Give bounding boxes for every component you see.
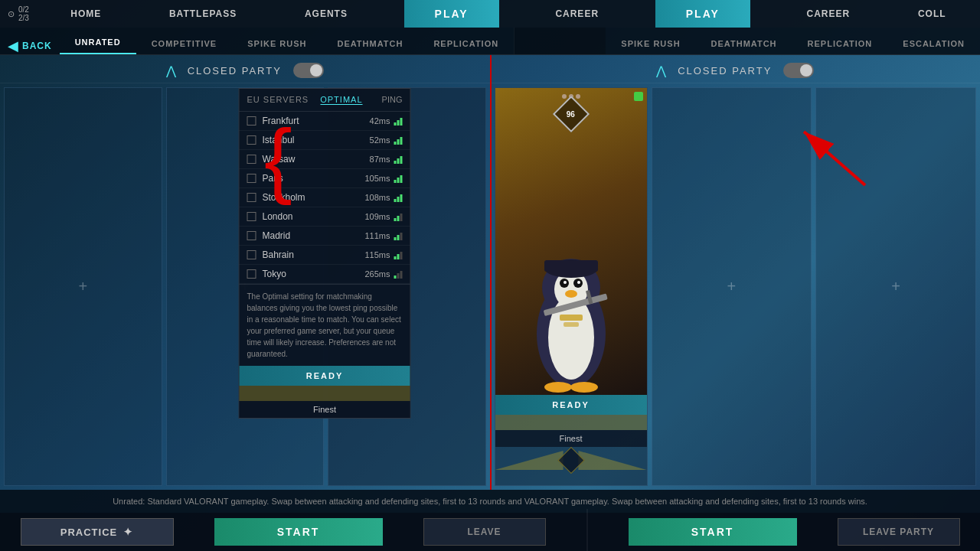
right-add-player-1-icon: + [727,278,737,295]
content-area: ⋀ CLOSED PARTY + + E [0,55,980,490]
right-player-name: Finest [495,430,647,447]
server-bahrain[interactable]: Bahrain 115ms [240,246,410,265]
tab-spike-rush-right[interactable]: SPIKE RUSH [606,39,695,54]
server-tooltip: The Optimal setting for matchmaking bala… [240,284,410,366]
right-rank-number: 96 [567,110,575,119]
tab-spike-rush-left[interactable]: SPIKE RUSH [232,39,322,54]
tab-unrated[interactable]: UNRATED [60,37,136,54]
player-stats: ⊙ 0/2 2/3 [0,5,37,22]
left-party-toggle[interactable] [293,63,324,78]
nav-agents[interactable]: AGENTS [293,0,359,28]
paris-label: Paris [263,173,365,184]
center-yellow-bar [240,386,410,401]
server-istanbul[interactable]: Istanbul 52ms [240,131,410,150]
optimal-tab[interactable]: OPTIMAL [320,95,362,105]
right-agent-art: 96 [495,88,647,395]
svg-point-7 [577,281,580,284]
server-stockholm[interactable]: Stockholm 108ms [240,188,410,207]
nav-battlepass[interactable]: BATTLEPASS [158,0,248,28]
nav-play-right[interactable]: PLAY [655,0,750,28]
server-madrid[interactable]: Madrid 111ms [240,227,410,246]
tokyo-checkbox[interactable] [247,269,256,279]
london-checkbox[interactable] [247,212,256,221]
center-ready-button[interactable]: READY [240,366,410,386]
left-empty-slot-1[interactable]: + [4,87,162,486]
istanbul-label: Istanbul [263,135,370,145]
svg-point-13 [544,382,572,393]
start-button-right[interactable]: START [629,518,797,546]
nav-play-left[interactable]: PLAY [404,0,499,28]
stockholm-ping: 108ms [364,193,390,202]
stockholm-signal [394,193,403,202]
nav-coll[interactable]: COLL [906,0,958,28]
bottom-info-bar: Unrated: Standard VALORANT gameplay. Swa… [0,490,980,513]
practice-button[interactable]: PRACTICE ✦ [21,518,174,546]
tab-deathmatch-left[interactable]: DEATHMATCH [322,39,418,54]
tab-competitive[interactable]: COMPETITIVE [136,39,233,54]
frankfurt-signal [394,116,403,126]
right-status-indicator [634,92,643,101]
right-empty-slot-2[interactable]: + [815,87,976,486]
server-frankfurt[interactable]: Frankfurt 42ms [240,112,410,131]
nav-items: HOME BATTLEPASS AGENTS PLAY CAREER PLAY … [37,0,980,28]
server-london[interactable]: London 109ms [240,207,410,227]
tab-escalation[interactable]: ESCALATION [887,39,980,54]
server-paris[interactable]: Paris 105ms [240,169,410,188]
paris-signal [394,174,403,183]
bahrain-signal [394,250,403,259]
paris-checkbox[interactable] [247,174,256,183]
tokyo-signal [394,269,403,279]
right-party-toggle[interactable] [783,63,814,78]
left-players: + + EU SERVERS OPTIMAL PING [0,83,490,490]
server-tokyo[interactable]: Tokyo 265ms [240,265,410,284]
stockholm-checkbox[interactable] [247,193,256,202]
left-party-section: ⋀ CLOSED PARTY + + E [0,55,490,490]
nav-career-left[interactable]: CAREER [544,0,610,28]
player-count-icon: ⊙ [8,9,15,19]
tab-replication-right[interactable]: REPLICATION [792,39,888,54]
server-dropdown[interactable]: EU SERVERS OPTIMAL PING Frankfurt 42ms [239,88,411,419]
leave-button[interactable]: LEAVE [423,518,546,546]
center-player-name: Finest [240,401,410,418]
top-nav: ⊙ 0/2 2/3 HOME BATTLEPASS AGENTS PLAY CA… [0,0,980,28]
start-button-left[interactable]: START [214,518,383,546]
madrid-checkbox[interactable] [247,231,256,240]
left-party-header: ⋀ CLOSED PARTY [0,55,490,83]
player-level: 2/3 [18,14,29,22]
svg-rect-16 [564,322,579,327]
right-agent-artwork [495,227,647,395]
tab-deathmatch-right[interactable]: DEATHMATCH [696,39,792,54]
nav-home[interactable]: HOME [59,0,113,28]
leave-party-button[interactable]: LEAVE PARTY [838,518,960,546]
bottom-buttons: PRACTICE ✦ START LEAVE START LEAVE PARTY [0,513,980,551]
warsaw-checkbox[interactable] [247,155,256,164]
right-party-chevron: ⋀ [656,64,666,78]
bahrain-checkbox[interactable] [247,250,256,259]
practice-label: PRACTICE [60,527,117,538]
leave-party-label: LEAVE PARTY [863,527,934,537]
istanbul-signal [394,135,403,145]
eu-servers-tab[interactable]: EU SERVERS [247,95,309,105]
back-button[interactable]: ◀ BACK [0,37,60,54]
right-party-header: ⋀ CLOSED PARTY [491,55,981,83]
right-empty-slot-1[interactable]: + [652,87,812,486]
practice-icon: ✦ [123,526,133,538]
tab-replication-left[interactable]: REPLICATION [418,39,514,54]
svg-rect-15 [560,315,583,321]
right-card-deco [495,447,647,485]
frankfurt-checkbox[interactable] [247,116,256,126]
nav-career-right[interactable]: CAREER [795,0,862,28]
right-players: 96 [491,83,981,490]
right-party-section: ⋀ CLOSED PARTY [490,55,981,490]
london-ping: 109ms [364,212,390,221]
istanbul-checkbox[interactable] [247,135,256,145]
istanbul-ping: 52ms [370,135,390,145]
madrid-label: Madrid [263,230,365,241]
mode-tabs: ◀ BACK UNRATED COMPETITIVE SPIKE RUSH DE… [0,28,980,55]
leave-label: LEAVE [467,527,501,537]
right-ready-button[interactable]: READY [495,395,647,415]
server-warsaw[interactable]: Warsaw 87ms [240,150,410,169]
player-count: 0/2 [18,5,29,14]
start-label-left: START [277,526,320,538]
app-container: ⊙ 0/2 2/3 HOME BATTLEPASS AGENTS PLAY CA… [0,0,980,551]
